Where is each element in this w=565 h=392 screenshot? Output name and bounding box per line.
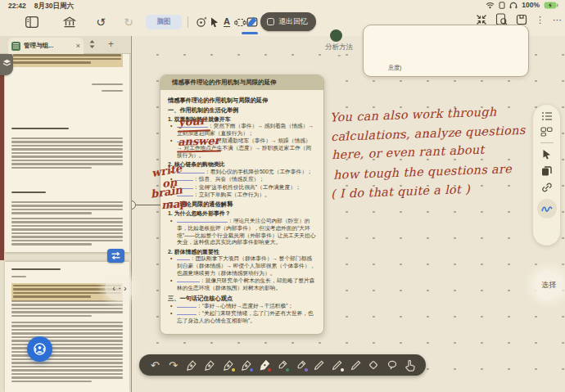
more-vertical-icon[interactable]: ⋮: [536, 16, 545, 24]
pencil-white[interactable]: [330, 358, 344, 372]
layers-tab[interactable]: [0, 51, 13, 75]
select-button[interactable]: 选择: [534, 270, 563, 300]
pen-tool-active-icon[interactable]: [242, 12, 260, 30]
tab-title: 管理与组...: [24, 42, 53, 50]
pdf-text-block: [11, 300, 123, 318]
pdf-text-block: [11, 268, 123, 272]
partial-note-card[interactable]: 意度): [363, 25, 529, 77]
doc-search-icon[interactable]: [495, 13, 508, 25]
marker-purple[interactable]: [294, 358, 308, 372]
right-tool-panel: [533, 105, 560, 246]
sidebar-toggle-icon[interactable]: [23, 13, 41, 31]
toolbar-separator: [188, 16, 188, 28]
note-line: ：觉得“这手机性价比很高”（工作满意度）；: [168, 184, 316, 191]
pdf-text-block: [11, 137, 123, 170]
partial-card-text: 意度): [388, 64, 401, 72]
fill-blank: [177, 303, 197, 308]
green-marker-dot: [330, 29, 342, 42]
outline-list-icon[interactable]: [541, 111, 553, 121]
next-page-icon[interactable]: ›: [124, 283, 127, 293]
undo-icon[interactable]: ↺: [92, 13, 110, 31]
assistant-button[interactable]: [27, 336, 52, 362]
fill-blank: [177, 255, 190, 260]
tab-sort-icon[interactable]: [88, 39, 96, 49]
handwritten-line: here, or even rant about: [332, 143, 485, 162]
note-line: 一、作用机制的生活化举例: [168, 106, 316, 115]
collapse-icon[interactable]: [476, 14, 487, 25]
eraser-tool[interactable]: [367, 358, 381, 372]
pdf-text-block: [11, 191, 123, 195]
scribble-icon[interactable]: [537, 199, 557, 219]
fountain-pen-active[interactable]: [257, 358, 271, 372]
mindmap-button[interactable]: 脑图: [146, 15, 182, 29]
handwritten-line: You can also work through: [330, 105, 497, 124]
copy-icon[interactable]: [541, 165, 552, 176]
tab-bar: 管理与组... × +: [0, 36, 131, 54]
battery-charging-icon: [544, 2, 558, 9]
pen-toolbar: ↶↷: [139, 354, 426, 376]
note-canvas[interactable]: 意度) 分析方法 ⌄ 情感事件理论的作用机制与局限的延伸 情感事件理论的作用机制…: [132, 36, 565, 392]
note-line: 2. 核心链条的购物类比: [168, 160, 316, 168]
fountain-pen-yellow[interactable]: [221, 358, 235, 372]
pdf-page-1[interactable]: [5, 46, 129, 252]
headphones-icon: [509, 2, 518, 9]
exit-recall-button[interactable]: 退出回忆: [260, 12, 316, 31]
analysis-method-label[interactable]: 分析方法 ⌄: [325, 43, 353, 57]
battery-percent: 100%: [522, 1, 540, 9]
handwritten-line: calculations, analyze questions: [331, 124, 526, 143]
prev-page-icon[interactable]: ‹: [112, 283, 115, 293]
document-spine: [0, 46, 4, 260]
fill-blank: [177, 277, 200, 282]
tool-color-dot: [305, 368, 308, 372]
redo-icon[interactable]: ↻: [120, 13, 138, 31]
tool-color-dot: [232, 368, 235, 372]
close-icon[interactable]: ×: [76, 42, 80, 50]
link-icon[interactable]: [541, 182, 553, 193]
card-layout-icon[interactable]: [540, 127, 553, 137]
pencil-2[interactable]: [349, 358, 363, 372]
document-icon: [11, 42, 20, 51]
pdf-text-block: [11, 90, 123, 93]
note-card-header[interactable]: 情感事件理论的作用机制与局限的延伸: [160, 75, 323, 90]
more-horizontal-icon[interactable]: ⋯: [553, 16, 562, 24]
note-line: ：团队刚拿下大项目（群体事件）→ 整个部门都感到自豪（群体情感）→ 即使个人加班…: [168, 255, 316, 277]
redo-button[interactable]: ↷: [166, 358, 180, 372]
note-line: ：惊喜、兴奋（情感反应）；: [168, 176, 316, 183]
app-screen: 22:42 8月30日周六 100% ↺ ↻ 脑图: [0, 0, 565, 392]
note-line: 情感事件理论的作用机制与局限的延伸: [168, 97, 316, 105]
fill-blank: [177, 176, 193, 181]
marker-green[interactable]: [275, 358, 289, 372]
pan-tool[interactable]: [403, 358, 417, 372]
handwritten-word: map: [160, 197, 187, 212]
note-line: ：理论只关注公司内部（卧室）的事，比如老板批评（内部事件），但没考虑外面的“大环…: [168, 218, 316, 246]
pdf-text-block: [11, 83, 123, 87]
save-card-icon[interactable]: [516, 14, 527, 25]
fill-blank: [177, 218, 228, 223]
tool-color-dot: [250, 368, 253, 372]
note-line: 三、一句话记住核心观点: [168, 295, 316, 303]
undo-button[interactable]: ↶: [148, 358, 162, 372]
recall-card-icon: [267, 18, 274, 25]
new-tab-icon[interactable]: +: [108, 38, 114, 50]
chevron-down-icon: ⌄: [325, 52, 353, 57]
panel-divider: [540, 142, 554, 143]
library-icon[interactable]: [61, 13, 79, 31]
fountain-pen-2[interactable]: [202, 358, 216, 372]
lasso-tool[interactable]: [385, 358, 399, 372]
fountain-pen-1[interactable]: [184, 358, 198, 372]
note-line: ：立刻下单购买（工作行为）。: [168, 191, 316, 199]
handwritten-line: how tough the questions are: [333, 162, 512, 182]
document-tab[interactable]: 管理与组... ×: [8, 38, 84, 54]
fountain-pen-blue[interactable]: [239, 358, 253, 372]
note-line: ：看到心仪的手机降价500元（工作事件）；: [168, 169, 316, 176]
swap-direction-button[interactable]: [107, 249, 124, 263]
note-line: 1. 为什么忽略外部事件？: [168, 210, 316, 217]
wifi-icon: [486, 2, 495, 9]
note-line: 2. 群体情感的重要性: [168, 248, 316, 255]
note-line: ：“事好→心情好→态度好→干活积极”；: [168, 303, 316, 310]
pointer-icon[interactable]: [541, 149, 552, 160]
page-navigation[interactable]: ‹ • ›: [105, 275, 134, 301]
link-connector-line: [133, 205, 160, 205]
pencil-1[interactable]: [312, 358, 326, 372]
pdf-text-block: [11, 128, 123, 131]
